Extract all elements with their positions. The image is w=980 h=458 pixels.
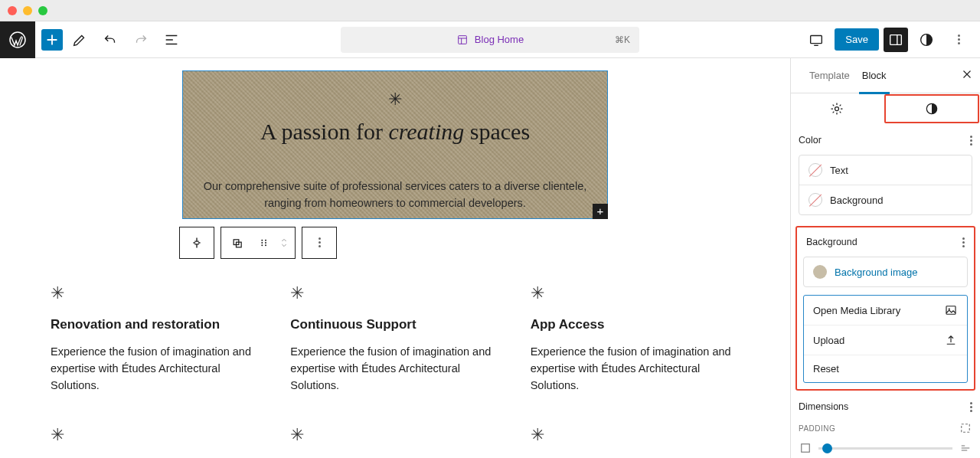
asterisk-icon: ✳ xyxy=(51,283,64,303)
contrast-icon xyxy=(924,101,939,116)
hero-paragraph[interactable]: Our comprehensive suite of professional … xyxy=(189,178,601,212)
asterisk-icon: ✳ xyxy=(531,425,544,445)
padding-label: PADDING xyxy=(799,424,835,433)
feature-body[interactable]: Experience the fusion of imagination and… xyxy=(531,343,740,394)
close-window-icon[interactable] xyxy=(8,6,17,15)
dimensions-heading: Dimensions xyxy=(799,401,848,412)
feature-title[interactable]: App Access xyxy=(531,317,740,332)
feature-title[interactable]: Continuous Support xyxy=(290,317,499,332)
svg-point-11 xyxy=(265,242,266,244)
feature-title[interactable]: Renovation and restoration xyxy=(51,317,260,332)
color-text-row[interactable]: Text xyxy=(799,155,972,185)
feature-body[interactable]: Experience the fusion of imagination and… xyxy=(51,343,260,394)
block-toolbar xyxy=(179,227,790,259)
asterisk-icon: ✳ xyxy=(388,90,402,110)
svg-point-8 xyxy=(261,242,263,244)
padding-box-icon xyxy=(799,441,812,455)
asterisk-icon: ✳ xyxy=(51,425,64,445)
add-block-button[interactable] xyxy=(41,29,63,51)
block-options-button[interactable] xyxy=(302,227,336,258)
background-options-button[interactable] xyxy=(962,237,965,247)
svg-point-13 xyxy=(835,107,839,111)
block-type-button[interactable] xyxy=(180,227,214,258)
svg-point-12 xyxy=(265,244,266,246)
edit-tool-button[interactable] xyxy=(66,26,93,54)
svg-point-10 xyxy=(265,239,266,240)
custom-size-icon[interactable] xyxy=(959,441,972,455)
hero-heading[interactable]: A passion for creating spaces xyxy=(189,119,601,145)
asterisk-icon: ✳ xyxy=(290,283,304,303)
feature-body[interactable]: Experience the fusion of imagination and… xyxy=(290,343,499,394)
background-heading: Background xyxy=(806,237,858,247)
move-buttons[interactable] xyxy=(273,227,295,258)
feature-item[interactable]: ✳ Renovation and restoration Experience … xyxy=(51,283,260,394)
styles-button[interactable] xyxy=(913,26,940,54)
swatch-icon xyxy=(808,193,822,207)
svg-rect-2 xyxy=(811,35,822,43)
svg-rect-1 xyxy=(459,35,467,44)
svg-point-9 xyxy=(261,244,263,246)
features-grid: ✳ Renovation and restoration Experience … xyxy=(43,283,747,459)
maximize-window-icon[interactable] xyxy=(38,6,47,15)
background-image-menu: Open Media Library Upload Reset xyxy=(803,295,968,383)
mac-titlebar xyxy=(0,0,980,21)
redo-button[interactable] xyxy=(127,26,155,54)
subtab-styles[interactable] xyxy=(884,94,980,123)
undo-button[interactable] xyxy=(96,26,124,54)
color-heading: Color xyxy=(799,135,822,146)
save-button[interactable]: Save xyxy=(835,28,879,51)
tab-template[interactable]: Template xyxy=(803,58,856,93)
color-background-row[interactable]: Background xyxy=(799,185,972,214)
color-options-button[interactable] xyxy=(970,136,972,146)
view-button[interactable] xyxy=(802,26,830,54)
padding-slider[interactable] xyxy=(818,447,952,450)
svg-rect-18 xyxy=(802,444,810,453)
align-button[interactable] xyxy=(221,227,255,258)
settings-sidebar-toggle[interactable] xyxy=(884,28,908,52)
svg-rect-15 xyxy=(946,306,956,315)
color-text-label: Text xyxy=(830,165,848,176)
command-shortcut: ⌘K xyxy=(615,34,630,45)
unlink-sides-icon[interactable] xyxy=(959,421,972,435)
upload-item[interactable]: Upload xyxy=(804,325,967,355)
image-icon xyxy=(944,303,958,317)
feature-item[interactable]: ✳ Consulting xyxy=(51,425,260,458)
tab-block[interactable]: Block xyxy=(856,58,893,93)
svg-point-7 xyxy=(261,239,263,240)
options-button[interactable] xyxy=(945,26,972,54)
close-sidebar-button[interactable] xyxy=(960,67,974,83)
dimensions-options-button[interactable] xyxy=(970,402,972,412)
background-image-row[interactable]: Background image xyxy=(803,257,968,287)
wordpress-logo[interactable] xyxy=(0,21,35,58)
swatch-icon xyxy=(808,163,822,177)
open-media-library-item[interactable]: Open Media Library xyxy=(804,296,967,325)
background-panel: Background Background image Open Media L… xyxy=(795,226,975,391)
editor-canvas[interactable]: ✳ A passion for creating spaces Our comp… xyxy=(0,58,790,458)
svg-rect-3 xyxy=(890,34,902,44)
color-background-label: Background xyxy=(830,195,883,206)
gear-icon xyxy=(829,101,844,116)
editor-topbar: Blog Home ⌘K Save xyxy=(0,21,980,58)
bg-preview-icon xyxy=(813,265,827,279)
upload-icon xyxy=(944,333,958,347)
hero-group-block[interactable]: ✳ A passion for creating spaces Our comp… xyxy=(182,70,608,219)
feature-item[interactable]: ✳ Continuous Support Experience the fusi… xyxy=(290,283,499,394)
feature-item[interactable]: ✳ Project Management xyxy=(290,425,499,458)
append-block-button[interactable]: + xyxy=(593,204,608,219)
minimize-window-icon[interactable] xyxy=(23,6,32,15)
command-center[interactable]: Blog Home ⌘K xyxy=(341,27,639,53)
reset-item[interactable]: Reset xyxy=(804,355,967,382)
drag-handle[interactable] xyxy=(255,227,273,258)
subtab-settings[interactable] xyxy=(791,93,884,124)
asterisk-icon: ✳ xyxy=(531,283,544,303)
background-image-label: Background image xyxy=(835,267,917,278)
template-name: Blog Home xyxy=(475,34,524,45)
feature-item[interactable]: ✳ Architectural Solutions xyxy=(531,425,740,458)
feature-item[interactable]: ✳ App Access Experience the fusion of im… xyxy=(531,283,740,394)
asterisk-icon: ✳ xyxy=(290,425,304,445)
settings-sidebar: Template Block Color xyxy=(790,58,980,458)
template-icon xyxy=(456,34,469,46)
document-overview-button[interactable] xyxy=(158,26,185,54)
svg-rect-17 xyxy=(962,424,970,433)
